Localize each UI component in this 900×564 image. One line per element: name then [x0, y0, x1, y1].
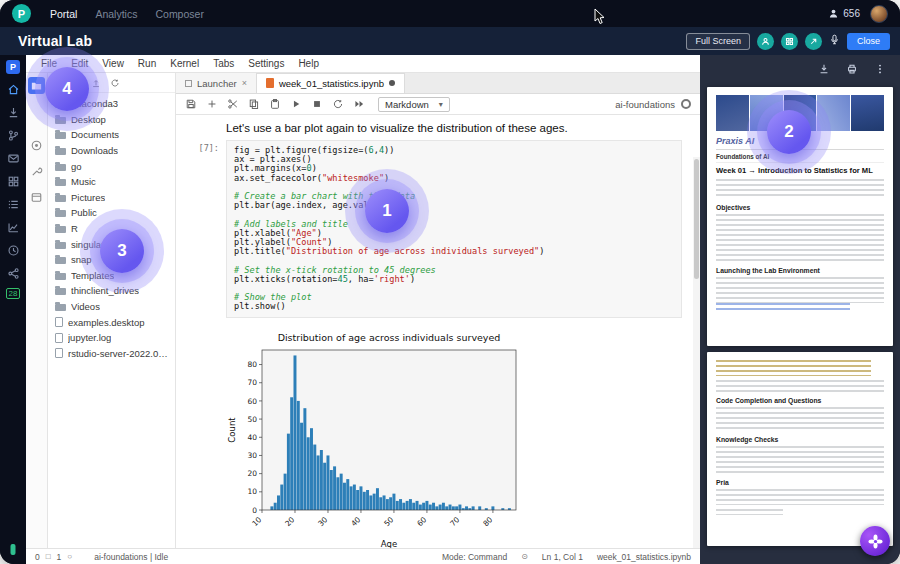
folder-icon	[55, 148, 66, 155]
folder-icon	[55, 304, 66, 311]
copy-button[interactable]	[248, 98, 260, 110]
refresh-icon[interactable]	[110, 78, 120, 88]
file-item[interactable]: go	[48, 158, 175, 174]
more-options-icon[interactable]	[874, 63, 886, 75]
code-cell[interactable]: [7]: fig = plt.figure(figsize=(6,4))ax =…	[176, 140, 690, 318]
running-sessions-icon[interactable]	[28, 137, 45, 154]
save-button[interactable]	[185, 98, 197, 110]
kernel-status-text[interactable]: ai-foundations | Idle	[94, 552, 168, 562]
tab-notebook[interactable]: week_01_statistics.ipynb	[257, 73, 405, 93]
tabs-panel-icon[interactable]	[28, 189, 45, 206]
mail-icon[interactable]	[5, 150, 21, 166]
nav-item[interactable]: Analytics	[86, 8, 146, 20]
notebook-toolbar: Markdown ▾ ai-foundations	[176, 94, 700, 115]
file-item[interactable]: Videos	[48, 299, 175, 315]
mode-indicator[interactable]: Mode: Command	[442, 552, 507, 562]
pria-assistant-button[interactable]	[860, 526, 890, 556]
microphone-button[interactable]	[829, 32, 840, 50]
apps-button[interactable]	[781, 33, 798, 50]
paragraph-placeholder	[716, 380, 884, 392]
annotation-step-4[interactable]: 4	[25, 47, 109, 131]
svg-text:Count: Count	[227, 416, 237, 442]
cell-type-dropdown[interactable]: Markdown ▾	[378, 97, 450, 112]
restart-run-all-button[interactable]	[353, 98, 365, 110]
add-cell-button[interactable]	[206, 98, 218, 110]
menu-item[interactable]: Settings	[241, 58, 291, 69]
stop-button[interactable]	[311, 98, 323, 110]
annotation-step-3[interactable]: 3	[80, 209, 164, 293]
folder-icon	[55, 257, 66, 264]
share-icon[interactable]	[5, 265, 21, 281]
paste-button[interactable]	[269, 98, 281, 110]
section-heading: Pria	[716, 479, 884, 486]
notebook-scrollbar[interactable]	[693, 157, 700, 548]
clock-icon[interactable]	[5, 242, 21, 258]
folder-icon	[55, 195, 66, 202]
tab-bar: Launcher × week_01_statistics.ipynb	[176, 73, 700, 94]
file-item[interactable]: Downloads	[48, 143, 175, 159]
viewer-count: 656	[828, 8, 860, 19]
tab-launcher[interactable]: Launcher ×	[176, 73, 257, 93]
folder-icon	[55, 273, 66, 280]
paragraph-placeholder	[716, 446, 884, 474]
git-branch-icon[interactable]	[5, 127, 21, 143]
menu-item[interactable]: Tabs	[206, 58, 241, 69]
nav-item[interactable]: Portal	[41, 8, 86, 20]
menu-item[interactable]: Run	[131, 58, 163, 69]
file-item[interactable]: examples.desktop	[48, 314, 175, 330]
file-item[interactable]: Music	[48, 174, 175, 190]
tools-icon[interactable]	[28, 163, 45, 180]
scrollbar-thumb[interactable]	[694, 159, 699, 279]
paragraph-placeholder	[716, 407, 884, 431]
kernel-count: 1	[57, 552, 62, 562]
download-document-icon[interactable]	[818, 63, 830, 75]
apps-grid-icon[interactable]	[5, 173, 21, 189]
folder-icon	[55, 132, 66, 139]
chart-icon[interactable]	[5, 219, 21, 235]
portal-rail-logo-icon[interactable]: P	[6, 60, 20, 74]
execution-count: [7]:	[176, 140, 226, 318]
grid-icon	[785, 37, 794, 46]
status-bar: 0 □ 1 ○ ai-foundations | Idle Mode: Comm…	[26, 548, 700, 564]
annotation-step-2[interactable]: 2	[747, 90, 831, 174]
share-screen-button[interactable]	[805, 33, 822, 50]
user-avatar[interactable]	[870, 5, 888, 23]
annotation-step-1[interactable]: 1	[345, 169, 429, 253]
age-distribution-chart: 010203040506070801020304050607080Distrib…	[226, 326, 524, 548]
code-snippet-placeholder	[716, 360, 871, 376]
home-icon[interactable]	[5, 81, 21, 97]
cut-button[interactable]	[227, 98, 239, 110]
run-button[interactable]	[290, 98, 302, 110]
svg-text:10: 10	[247, 487, 257, 496]
section-heading: Launching the Lab Environment	[716, 267, 884, 274]
code-editor[interactable]: fig = plt.figure(figsize=(6,4))ax = plt.…	[234, 146, 674, 312]
svg-text:0: 0	[252, 505, 257, 514]
close-button[interactable]: Close	[847, 33, 890, 50]
cursor-position[interactable]: Ln 1, Col 1	[542, 552, 583, 562]
svg-text:40: 40	[349, 515, 362, 528]
list-icon[interactable]	[5, 196, 21, 212]
unsaved-changes-dot[interactable]	[389, 80, 395, 86]
file-item[interactable]: jupyter.log	[48, 330, 175, 346]
paragraph-placeholder	[716, 509, 783, 515]
notebook-icon	[266, 78, 274, 88]
file-item[interactable]: rstudio-server-2022.07.1-5..	[48, 346, 175, 362]
menu-item[interactable]: Kernel	[163, 58, 206, 69]
chevron-down-icon: ▾	[439, 100, 443, 109]
participants-button[interactable]	[757, 33, 774, 50]
restart-kernel-button[interactable]	[332, 98, 344, 110]
download-icon[interactable]	[5, 104, 21, 120]
file-item[interactable]: Pictures	[48, 190, 175, 206]
svg-text:80: 80	[247, 360, 257, 369]
viewers-icon	[828, 8, 839, 19]
print-icon[interactable]	[846, 63, 858, 75]
nav-item[interactable]: Composer	[146, 8, 212, 20]
menu-item[interactable]: Help	[291, 58, 326, 69]
close-icon[interactable]: ×	[242, 78, 247, 88]
kernel-status-icon[interactable]	[681, 99, 691, 109]
document-toolbar	[700, 55, 900, 81]
svg-text:40: 40	[247, 433, 257, 442]
fullscreen-button[interactable]: Full Screen	[686, 33, 750, 50]
svg-text:70: 70	[247, 378, 257, 387]
markdown-cell[interactable]: Let's use a bar plot again to visualize …	[176, 120, 690, 134]
